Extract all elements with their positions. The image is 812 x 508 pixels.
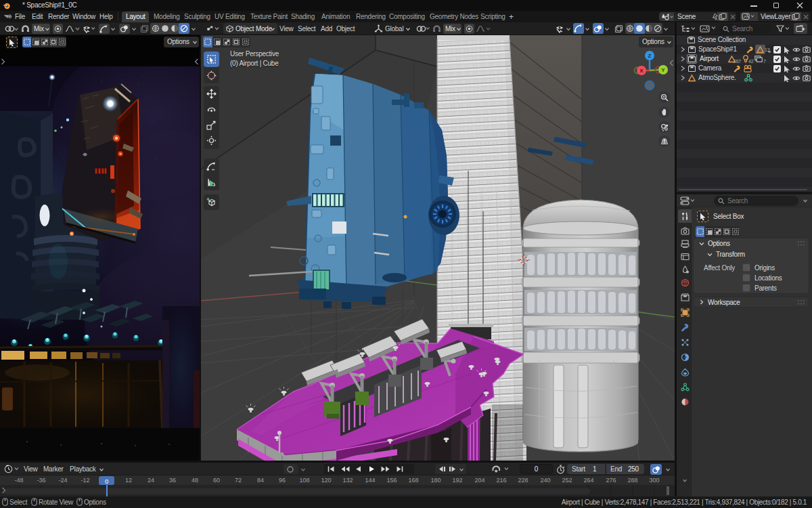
svg-text:Y: Y <box>661 67 665 73</box>
svg-text:Z: Z <box>648 53 652 59</box>
svg-text:X: X <box>639 68 644 74</box>
